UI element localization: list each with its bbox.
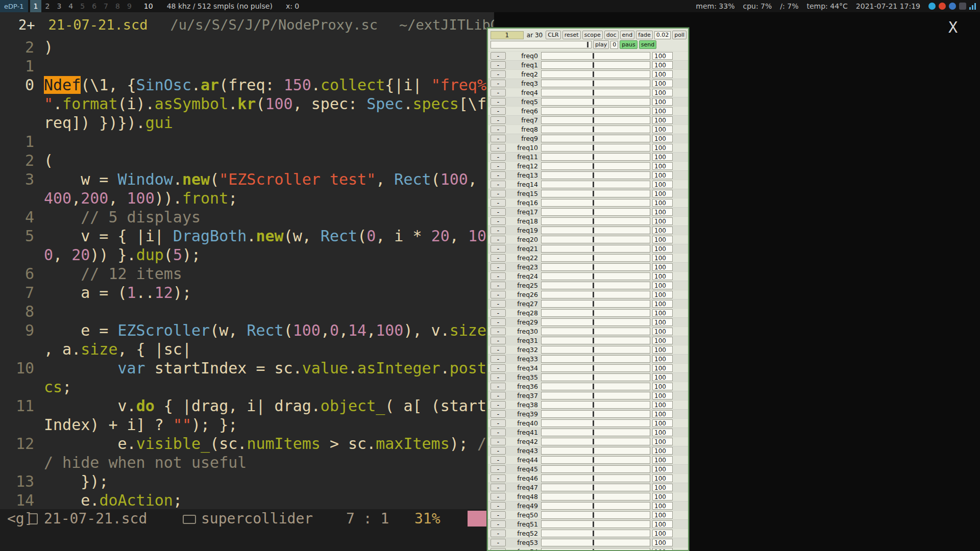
param-remove-button[interactable]: - — [491, 548, 506, 551]
code-line[interactable]: 10 var startIndex = sc.value.asInteger.p… — [0, 359, 494, 378]
reset-button[interactable]: reset — [562, 31, 581, 39]
tab-file-3[interactable]: ~/extJITLibGuiHotfixes.sc — [399, 17, 494, 33]
param-remove-button[interactable]: - — [491, 474, 506, 482]
param-value-box[interactable]: 100 — [652, 401, 673, 409]
param-value-box[interactable]: 100 — [652, 355, 673, 363]
param-remove-button[interactable]: - — [491, 484, 506, 491]
param-slider[interactable] — [541, 383, 650, 390]
param-remove-button[interactable]: - — [491, 456, 506, 464]
param-value-box[interactable]: 100 — [652, 52, 673, 60]
param-remove-button[interactable]: - — [491, 355, 506, 363]
param-remove-button[interactable]: - — [491, 171, 506, 179]
param-slider[interactable] — [541, 429, 650, 436]
param-value-box[interactable]: 100 — [652, 135, 673, 142]
param-value-box[interactable]: 100 — [652, 465, 673, 473]
param-remove-button[interactable]: - — [491, 107, 506, 115]
param-slider[interactable] — [541, 419, 650, 427]
param-remove-button[interactable]: - — [491, 493, 506, 500]
param-remove-button[interactable]: - — [491, 199, 506, 207]
workspace-5[interactable]: 5 — [77, 0, 88, 12]
param-slider[interactable] — [541, 410, 650, 418]
param-value-box[interactable]: 100 — [652, 291, 673, 298]
param-slider-handle[interactable] — [593, 439, 594, 444]
param-slider-handle[interactable] — [593, 108, 594, 114]
param-slider-handle[interactable] — [593, 531, 594, 536]
param-remove-button[interactable]: - — [491, 80, 506, 87]
param-value-box[interactable]: 100 — [652, 419, 673, 427]
param-slider-handle[interactable] — [593, 301, 594, 307]
param-remove-button[interactable]: - — [491, 190, 506, 197]
param-value-box[interactable]: 100 — [652, 263, 673, 271]
param-value-box[interactable]: 100 — [652, 190, 673, 197]
param-remove-button[interactable]: - — [491, 70, 506, 78]
code-line[interactable]: 7 a = (1..12); — [0, 283, 494, 302]
param-slider-handle[interactable] — [593, 273, 594, 279]
param-value-box[interactable]: 100 — [652, 227, 673, 234]
param-value-box[interactable]: 100 — [652, 346, 673, 354]
param-remove-button[interactable]: - — [491, 447, 506, 455]
volume-number-box[interactable]: 0 — [610, 41, 618, 49]
code-line[interactable]: 5 v = { |i| DragBoth.new(w, Rect(0, i * … — [0, 227, 494, 245]
param-value-box[interactable]: 100 — [652, 162, 673, 170]
workspace-9[interactable]: 9 — [124, 0, 135, 12]
param-slider-handle[interactable] — [593, 420, 594, 426]
param-value-box[interactable]: 100 — [652, 493, 673, 500]
code-line[interactable]: 8 — [0, 302, 494, 321]
end-button[interactable]: end — [620, 31, 635, 39]
param-slider-handle[interactable] — [593, 503, 594, 509]
code-line[interactable]: 0, 20)) }.dup(5); — [0, 245, 494, 264]
code-line[interactable]: 0Ndef(\1, {SinOsc.ar(freq: 150.collect{|… — [0, 76, 494, 94]
param-slider-handle[interactable] — [593, 81, 594, 86]
param-value-box[interactable]: 100 — [652, 236, 673, 243]
param-slider-handle[interactable] — [593, 356, 594, 362]
param-slider[interactable] — [541, 208, 650, 216]
param-remove-button[interactable]: - — [491, 520, 506, 528]
param-slider-handle[interactable] — [593, 521, 594, 527]
param-slider-handle[interactable] — [593, 228, 594, 233]
send-button[interactable]: send — [639, 40, 656, 49]
param-slider[interactable] — [541, 135, 650, 142]
param-slider[interactable] — [541, 484, 650, 491]
tray-icon-red[interactable] — [939, 3, 946, 10]
param-slider-handle[interactable] — [593, 191, 594, 196]
param-slider[interactable] — [541, 438, 650, 445]
param-slider[interactable] — [541, 337, 650, 344]
volume-slider[interactable] — [491, 41, 592, 48]
code-line[interactable]: Index) + i] ? ""); }; — [0, 415, 494, 434]
param-value-box[interactable]: 100 — [652, 126, 673, 133]
param-slider-handle[interactable] — [593, 393, 594, 398]
param-remove-button[interactable]: - — [491, 181, 506, 188]
param-remove-button[interactable]: - — [491, 254, 506, 262]
param-slider-handle[interactable] — [593, 466, 594, 472]
code-line[interactable]: 4 // 5 displays — [0, 208, 494, 227]
param-value-box[interactable]: 100 — [652, 70, 673, 78]
param-slider[interactable] — [541, 291, 650, 298]
param-slider[interactable] — [541, 465, 650, 473]
param-slider[interactable] — [541, 217, 650, 225]
param-value-box[interactable]: 100 — [652, 89, 673, 96]
param-value-box[interactable]: 100 — [652, 208, 673, 216]
param-slider-handle[interactable] — [593, 310, 594, 316]
param-slider[interactable] — [541, 70, 650, 78]
param-value-box[interactable]: 100 — [652, 410, 673, 418]
param-slider[interactable] — [541, 153, 650, 161]
pause-button[interactable]: paus — [620, 40, 637, 49]
param-remove-button[interactable]: - — [491, 318, 506, 326]
param-remove-button[interactable]: - — [491, 465, 506, 473]
param-slider[interactable] — [541, 364, 650, 372]
param-value-box[interactable]: 100 — [652, 116, 673, 124]
param-slider-handle[interactable] — [593, 264, 594, 270]
close-button[interactable]: X — [948, 18, 958, 36]
param-slider[interactable] — [541, 539, 650, 546]
param-remove-button[interactable]: - — [491, 300, 506, 308]
workspace-1[interactable]: 1 — [30, 0, 42, 12]
param-remove-button[interactable]: - — [491, 208, 506, 216]
poll-button[interactable]: poll — [672, 31, 687, 39]
param-remove-button[interactable]: - — [491, 272, 506, 280]
param-slider-handle[interactable] — [593, 475, 594, 481]
param-slider-handle[interactable] — [593, 283, 594, 288]
param-remove-button[interactable]: - — [491, 217, 506, 225]
param-slider-handle[interactable] — [593, 494, 594, 499]
param-value-box[interactable]: 100 — [652, 364, 673, 372]
param-slider-handle[interactable] — [593, 549, 594, 551]
